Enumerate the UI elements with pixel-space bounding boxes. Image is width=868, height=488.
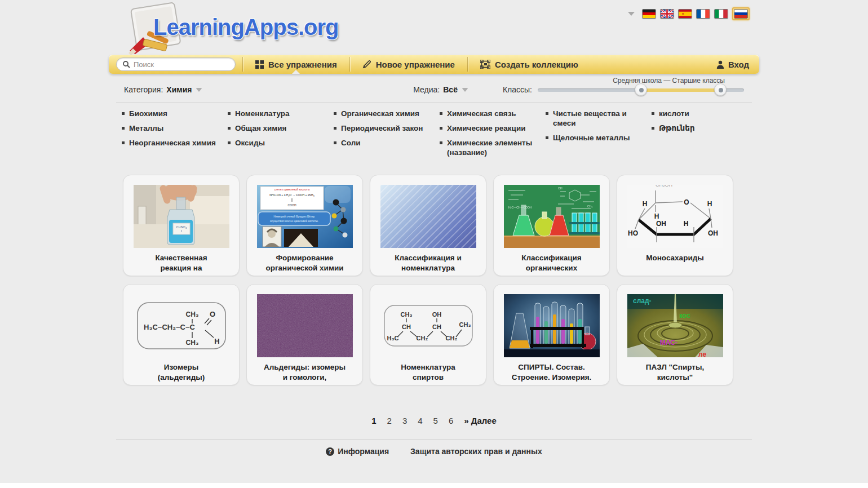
exercise-tile[interactable]: СПИРТЫ. Состав. Строение. Изомерия. xyxy=(493,284,610,385)
tile-image-haworth-ring-diagram: CH₂OH xyxy=(627,185,723,248)
exercise-tile[interactable]: H₃C CH CH₃ CH₂ CH OH CH₂ CH₃ xyxy=(370,284,486,385)
subcategory-link[interactable]: Органическая химия xyxy=(333,109,431,119)
subcategory-link[interactable]: Чистые вещества и смеси xyxy=(544,109,643,128)
slider-selected-range xyxy=(641,88,720,92)
subcategory-link[interactable]: Оксиды xyxy=(227,139,325,148)
subcategory-link[interactable]: Номенклатура xyxy=(227,109,325,119)
svg-text:OH: OH xyxy=(432,311,441,318)
pagination-page-link[interactable]: 3 xyxy=(402,416,407,425)
svg-text:Немецкий ученый Фредрих Вёлер: Немецкий ученый Фредрих Вёлер xyxy=(273,215,315,218)
footer-copyright-label: Защита авторских прав и данных xyxy=(410,447,542,456)
subcategory-link[interactable]: Биохимия xyxy=(121,109,219,119)
tile-image-blue-gradient-texture xyxy=(380,185,476,248)
exercise-tile[interactable]: H₃C−CH₂−C−C CH₃ CH₃ O H xyxy=(123,284,240,385)
uk-flag[interactable] xyxy=(660,9,674,19)
nav-new-exercise[interactable]: Новое упражнение xyxy=(351,55,466,74)
svg-text:CH₃: CH₃ xyxy=(587,205,592,208)
subcategory-link[interactable]: Թթուներ xyxy=(650,124,749,134)
search-box xyxy=(116,57,236,71)
svg-text:H: H xyxy=(214,337,219,345)
nav-all-exercises[interactable]: Все упражнения xyxy=(244,55,348,74)
pagination-page-link[interactable]: 5 xyxy=(433,416,438,425)
svg-text:OH: OH xyxy=(558,187,563,190)
russia-flag[interactable] xyxy=(734,9,748,19)
svg-text:H₃C: H₃C xyxy=(387,335,398,341)
germany-flag[interactable] xyxy=(642,9,656,19)
subcategory-link[interactable]: Металлы xyxy=(121,124,219,134)
pagination-page-link[interactable]: 6 xyxy=(449,416,453,425)
pagination-current-page: 1 xyxy=(371,416,376,425)
subcategory-link[interactable]: Соли xyxy=(333,139,431,148)
category-filter[interactable]: Категория: Химия xyxy=(124,85,202,94)
svg-text:OH: OH xyxy=(708,229,718,237)
footer-info-link[interactable]: ? Информация xyxy=(326,447,389,456)
exercise-tile[interactable]: Классификация и номенклатура xyxy=(370,175,486,276)
slider-handle-upper[interactable] xyxy=(714,83,727,96)
svg-text:NHC-CN + 4 H₂O → COOH + 2NH₃: NHC-CN + 4 H₂O → COOH + 2NH₃ xyxy=(269,193,315,197)
exercise-tile[interactable]: Альдегиды: изомеры и гомологи, xyxy=(246,284,363,385)
tile-image-alcohol-structure: H₃C CH CH₃ CH₂ CH OH CH₂ CH₃ xyxy=(380,294,476,357)
subcategory-column: Органическая химия Периодический закон С… xyxy=(333,109,439,148)
subcategory-column: Чистые вещества и смеси Щелочные металлы xyxy=(544,109,650,143)
subcategory-link[interactable]: Периодический закон xyxy=(333,124,431,134)
tile-image-purple-grain-texture xyxy=(257,294,353,357)
exercise-tile[interactable]: CH₂OH xyxy=(617,175,733,276)
pagination: 1 2 3 4 5 6 » Далее xyxy=(116,416,752,425)
subcategory-column: Химическая связь Химические реакции Хими… xyxy=(439,109,544,158)
nav-new-exercise-label: Новое упражнение xyxy=(376,60,455,69)
subcategory-link[interactable]: Щелочные металлы xyxy=(544,134,643,143)
svg-text:CH₃: CH₃ xyxy=(459,321,471,328)
exercise-tile[interactable]: H₂C—CH—COOH OH CH₃ xyxy=(493,175,610,276)
language-dropdown-arrow-icon[interactable] xyxy=(628,12,635,16)
svg-text:H: H xyxy=(654,212,659,220)
svg-text:CuSO₄: CuSO₄ xyxy=(176,225,187,229)
login-button[interactable]: Вход xyxy=(706,60,759,69)
nav-create-collection-label: Создать коллекцию xyxy=(495,60,578,69)
pagination-page-link[interactable]: 2 xyxy=(387,416,392,425)
search-input[interactable] xyxy=(134,60,224,69)
svg-text:МАС-: МАС- xyxy=(660,339,677,347)
media-filter[interactable]: Медиа: Всё xyxy=(413,85,468,94)
subcategory-link[interactable]: Неорганическая химия xyxy=(121,139,219,148)
grades-filter-label: Классы: xyxy=(503,85,532,94)
footer: ? Информация Защита авторских прав и дан… xyxy=(116,439,752,456)
svg-text:HO: HO xyxy=(628,229,638,237)
category-filter-value: Химия xyxy=(166,85,192,94)
svg-text:OH: OH xyxy=(656,220,666,228)
slider-handle-lower[interactable] xyxy=(635,83,647,96)
svg-text:CH₂: CH₂ xyxy=(416,335,428,341)
filter-row: Категория: Химия Медиа: Всё Классы: Сред… xyxy=(116,74,752,103)
grades-range-slider[interactable]: Средняя школа — Старшие классы xyxy=(538,84,744,95)
exercise-tile[interactable]: синтез щавелевой кислоты NHC-CN + 4 H₂O … xyxy=(246,175,363,276)
subcategory-link[interactable]: Химические элементы (название) xyxy=(439,139,537,158)
footer-copyright-link[interactable]: Защита авторских прав и данных xyxy=(410,447,542,456)
exercise-tile[interactable]: слад- кос МАС- ле ПАЗЛ "Спирты, кислоты" xyxy=(617,284,733,385)
user-icon xyxy=(716,60,724,69)
subcategory-link[interactable]: Общая химия xyxy=(227,124,325,134)
footer-info-label: Информация xyxy=(338,447,389,456)
nav-create-collection[interactable]: Создать коллекцию xyxy=(469,55,590,74)
svg-text:H₃C−CH₂−C−C: H₃C−CH₂−C−C xyxy=(144,323,196,331)
svg-text:осуществил синтез щавелевой ки: осуществил синтез щавелевой кислоты. xyxy=(270,219,318,223)
site-logo[interactable]: LearningApps.org xyxy=(124,1,361,55)
subcategory-link[interactable]: Химическая связь xyxy=(439,109,537,119)
tile-title: ПАЗЛ "Спирты, кислоты" xyxy=(646,362,704,382)
svg-text:CH: CH xyxy=(402,323,411,330)
france-flag[interactable] xyxy=(696,9,710,19)
spain-flag[interactable] xyxy=(678,9,692,19)
tile-image-aldehyde-structure: H₃C−CH₂−C−C CH₃ CH₃ O H xyxy=(134,294,229,357)
logo-text: LearningApps.org xyxy=(153,15,338,40)
navbar-separator xyxy=(467,57,468,72)
tile-title: Моносахариды xyxy=(646,253,704,263)
exercise-tile[interactable]: CuSO₄ Качественная реакция на xyxy=(123,175,240,276)
media-filter-value: Всё xyxy=(443,85,458,94)
grid-icon xyxy=(255,60,264,69)
tile-image-chalkboard-flasks-photo: H₂C—CH—COOH OH CH₃ xyxy=(504,185,600,248)
tile-title: Формирование органической химии xyxy=(265,253,343,273)
italy-flag[interactable] xyxy=(714,9,728,19)
pagination-next-link[interactable]: » Далее xyxy=(464,416,497,425)
pagination-page-link[interactable]: 4 xyxy=(418,416,422,425)
tile-image-bottle-pour-photo: CuSO₄ xyxy=(134,185,229,248)
subcategory-link[interactable]: Химические реакции xyxy=(439,124,537,134)
subcategory-link[interactable]: кислоти xyxy=(650,109,749,119)
